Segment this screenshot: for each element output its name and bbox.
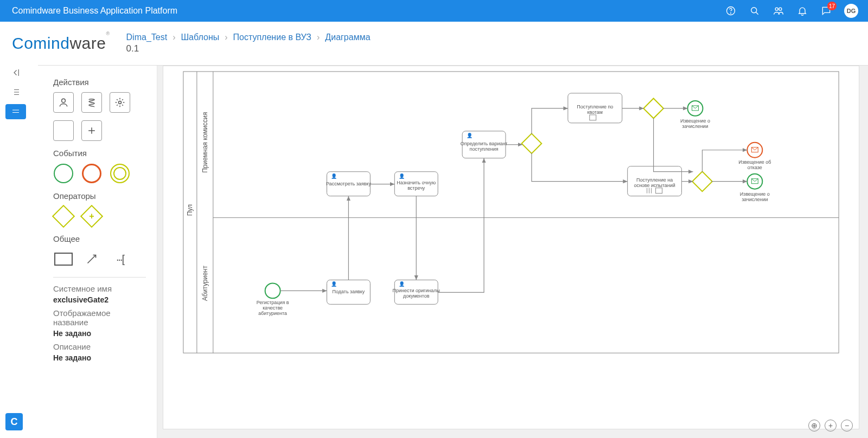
svg-text:👤: 👤 [467,132,473,139]
palette-user-task[interactable] [53,92,74,113]
workspace: Действия События Операторы + Общее ···[ [38,65,868,438]
search-icon[interactable] [749,5,761,17]
lane2-label: Абитуриент [201,266,209,301]
header-row: Comindware® Dima_Test› Шаблоны› Поступле… [0,22,868,65]
palette-add[interactable] [81,120,102,141]
zoom-in-icon[interactable]: + [825,420,837,431]
svg-rect-35 [643,99,663,119]
palette-parallel-gateway[interactable]: + [81,206,102,227]
svg-rect-36 [692,171,712,191]
corner-logo-icon[interactable]: C [5,413,23,430]
svg-text:Извещение озачислении: Извещение озачислении [680,118,710,129]
app-title: Comindware Business Application Platform [12,6,725,16]
svg-point-1 [731,13,731,14]
palette-flow[interactable] [81,249,102,269]
prop-description-value: Не задано [53,353,146,362]
topbar: Comindware Business Application Platform… [0,0,868,22]
svg-text:Рассмотреть заявку: Рассмотреть заявку [326,181,371,186]
zoom-out-icon[interactable]: − [841,420,853,431]
lane1-label: Приемная комиссия [201,112,209,173]
zoom-controls: ⊕ + − [808,420,853,431]
svg-text:Извещение озачислении: Извещение озачислении [740,191,770,202]
palette-service-task[interactable] [110,92,130,113]
rail-collapse-icon[interactable] [5,65,26,80]
crumb-2[interactable]: Шаблоны [181,33,219,42]
palette-common-label: Общее [53,234,146,243]
svg-text:Извещение оботказе: Извещение оботказе [738,159,771,170]
svg-point-5 [62,99,66,102]
notification-badge: 17 [827,2,837,10]
topbar-icons: 17 DG [725,4,858,18]
help-icon[interactable] [725,5,737,17]
svg-point-2 [751,8,757,13]
prop-system-name-label: Системное имя [53,284,146,293]
prop-description-label: Описание [53,342,146,351]
messages-icon[interactable]: 17 [820,5,832,17]
avatar[interactable]: DG [844,4,858,18]
crumb-4[interactable]: Диаграмма [325,33,370,42]
breadcrumb: Dima_Test› Шаблоны› Поступление в ВУЗ› Д… [126,33,371,42]
palette-script-task[interactable] [81,92,102,113]
pool-label: Пул [186,204,194,216]
page-subtitle: 0.1 [126,43,371,54]
svg-point-11 [265,283,280,298]
palette-annotation[interactable]: ···[ [110,249,130,269]
zoom-fit-icon[interactable]: ⊕ [808,420,820,431]
svg-rect-28 [522,133,542,153]
crumb-1[interactable]: Dima_Test [126,33,168,42]
palette-events-label: События [53,149,146,158]
left-rail [5,65,26,119]
svg-text:👤: 👤 [331,173,337,179]
svg-point-3 [775,8,778,10]
palette-start-event[interactable] [53,163,74,184]
svg-text:👤: 👤 [331,281,337,287]
prop-display-name-value: Не задано [53,329,146,338]
palette-panel: Действия События Операторы + Общее ···[ [38,66,157,438]
palette-operators-label: Операторы [53,191,146,201]
prop-system-name-value: exclusiveGate2 [53,295,146,304]
svg-text:Регистрация вкачествеабитуриен: Регистрация вкачествеабитуриента [257,300,289,316]
svg-point-4 [779,8,782,10]
palette-end-event[interactable] [81,163,102,184]
palette-subprocess[interactable] [53,120,74,141]
palette-exclusive-gateway[interactable] [53,206,74,227]
svg-text:Поступление наоснове испытаний: Поступление наоснове испытаний [634,177,675,188]
logo: Comindware® [12,34,110,53]
rail-diagram-icon[interactable] [5,104,26,119]
svg-text:👤: 👤 [399,281,405,287]
prop-display-name-label: Отображаемое название [53,308,146,327]
rail-list-icon[interactable] [5,85,26,100]
svg-point-6 [119,101,122,104]
diagram-canvas[interactable]: Пул Приемная комиссия Абитуриент Регистр… [163,66,859,429]
palette-timer-event[interactable] [110,163,130,184]
palette-pool[interactable] [53,249,74,269]
bell-icon[interactable] [796,5,808,17]
palette-actions-label: Действия [53,78,146,87]
svg-text:Подать заявку: Подать заявку [333,289,365,294]
people-icon[interactable] [773,5,784,17]
svg-text:👤: 👤 [399,173,405,179]
crumb-3[interactable]: Поступление в ВУЗ [233,33,311,42]
